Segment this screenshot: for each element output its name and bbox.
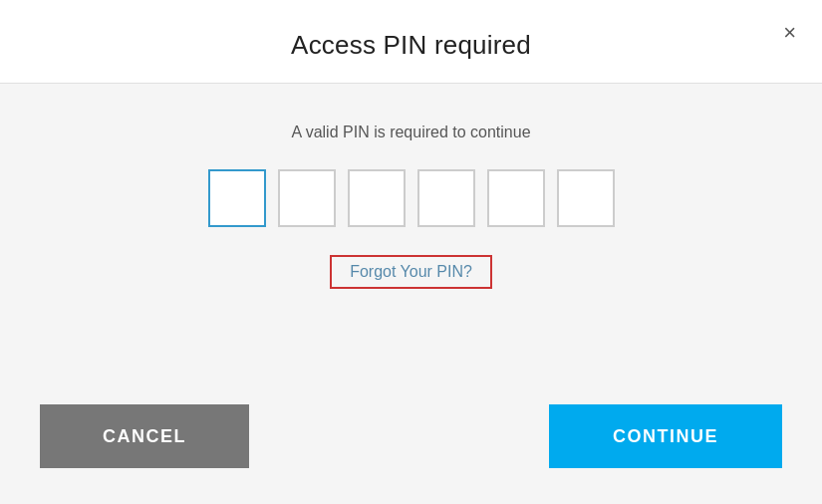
pin-input-1[interactable]	[208, 169, 266, 227]
pin-input-6[interactable]	[557, 169, 615, 227]
subtitle-text: A valid PIN is required to continue	[291, 124, 530, 141]
modal-header: Access PIN required ×	[0, 0, 822, 84]
modal-body: A valid PIN is required to continue Forg…	[0, 84, 822, 404]
continue-button[interactable]: CONTINUE	[549, 404, 782, 468]
cancel-button[interactable]: CANCEL	[40, 404, 249, 468]
pin-input-5[interactable]	[487, 169, 545, 227]
pin-inputs	[208, 169, 615, 227]
forgot-pin-container: Forgot Your PIN?	[330, 255, 492, 289]
access-pin-modal: Access PIN required × A valid PIN is req…	[0, 0, 822, 504]
close-button[interactable]: ×	[779, 18, 800, 48]
forgot-pin-button[interactable]: Forgot Your PIN?	[350, 263, 472, 281]
pin-input-3[interactable]	[348, 169, 406, 227]
pin-input-4[interactable]	[417, 169, 475, 227]
modal-footer: CANCEL CONTINUE	[0, 404, 822, 504]
modal-title: Access PIN required	[20, 30, 802, 61]
pin-input-2[interactable]	[278, 169, 336, 227]
